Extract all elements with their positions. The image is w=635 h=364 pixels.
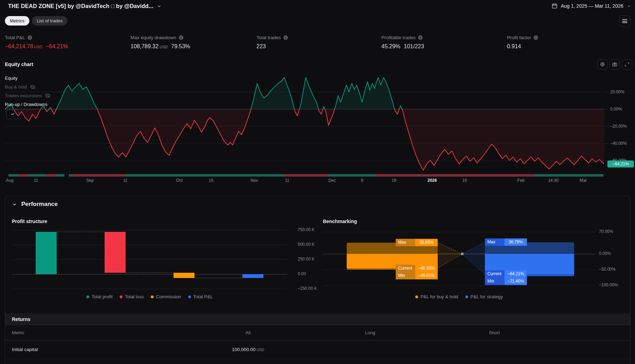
view-tabs: Metrics List of trades — [5, 16, 68, 26]
performance-section-toggle[interactable]: Performance — [12, 201, 58, 208]
info-icon[interactable] — [179, 35, 183, 40]
equity-chart: Equity Buy & hold Trades excursions Run-… — [0, 73, 635, 189]
returns-column-headers: MetricAllLongShort — [5, 326, 630, 341]
eye-off-icon[interactable] — [30, 84, 35, 90]
legend-item: Commission — [151, 294, 181, 299]
callout-min: Min−49.61% — [396, 272, 438, 279]
streak-loss — [18, 174, 28, 177]
layout-rows-button[interactable] — [619, 15, 630, 27]
page-title: THE DEAD ZONE [v5] by @DavidTech □ by @D… — [8, 3, 153, 9]
date-range-label: Aug 1, 2025 — Mar 11, 2026 — [561, 3, 623, 9]
equity-plot[interactable] — [5, 73, 604, 172]
metric-value: −64,214.78 — [5, 43, 33, 49]
x-axis-label: 2026 — [428, 178, 437, 183]
eye-off-icon[interactable] — [45, 93, 50, 98]
callout-value: −45.58% — [415, 265, 438, 272]
trade-streak-strip — [5, 174, 604, 177]
metric-profit-factor: Profit factor 0.914 — [507, 35, 538, 50]
date-range-picker[interactable]: Aug 1, 2025 — Mar 11, 2026 — [551, 3, 631, 9]
info-icon[interactable] — [534, 35, 538, 40]
metric-value: 223 — [256, 43, 266, 49]
last-value-badge: −64.21% — [607, 160, 634, 167]
legend-dot — [120, 295, 122, 298]
x-axis-label: Sep — [86, 178, 94, 183]
x-axis: Aug11Sep11Oct15Nov11Dec919202619Feb14:30… — [5, 178, 604, 184]
legend-item: Total P&L — [188, 294, 213, 299]
fullscreen-button[interactable] — [622, 59, 632, 70]
legend-dot — [465, 295, 468, 298]
profit-structure-chart[interactable] — [12, 228, 287, 292]
streak-loss — [73, 174, 126, 177]
y-axis-label: 500.00 K — [298, 242, 315, 247]
legend-item: Total profit — [86, 294, 113, 299]
y-axis-tick — [605, 109, 607, 109]
chevron-down-icon[interactable] — [157, 4, 162, 9]
runup-drawdowns-toggle[interactable] — [6, 109, 19, 119]
legend-item: Total loss — [120, 294, 144, 299]
x-axis-label: 11 — [34, 178, 38, 183]
legend-equity[interactable]: Equity — [5, 76, 17, 81]
callout-value: 35.65% — [415, 239, 438, 246]
streak-win — [125, 174, 283, 177]
metric-label: Profit factor — [507, 35, 531, 40]
x-axis-label: 19 — [391, 178, 396, 183]
y-axis-label: 250.00 K — [298, 257, 315, 262]
x-axis-label: Dec — [329, 178, 336, 183]
x-axis-label: 14:30 — [548, 178, 558, 183]
streak-win — [328, 174, 376, 177]
callout-value: −64.21% — [505, 270, 527, 278]
callout-label: Min — [485, 278, 505, 285]
metric-total-pnl: Total P&L −64,214.78USD−64.21% — [5, 35, 68, 50]
x-axis-label: 9 — [361, 178, 364, 183]
tab-list-of-trades[interactable]: List of trades — [32, 16, 68, 26]
breadcrumb[interactable]: THE DEAD ZONE [v5] by @DavidTech □ by @D… — [8, 3, 162, 9]
legend-trades-excursions[interactable]: Trades excursions — [5, 93, 50, 98]
x-axis-label: 15 — [209, 178, 213, 183]
y-axis-label: 750.00 K — [298, 227, 315, 232]
y-axis-label: −100.00% — [599, 283, 618, 287]
streak-loss — [46, 174, 56, 177]
x-axis-label: Feb — [517, 178, 525, 183]
benchmarking-chart[interactable]: Max35.65%Current−45.58%Min−49.61%Max36.7… — [323, 228, 595, 292]
profit-structure-title: Profit structure — [12, 219, 47, 224]
chevron-up-icon — [10, 112, 15, 117]
metric-max-drawdown: Max equity drawdown 108,789.32USD79.53% — [130, 35, 190, 50]
callout-current: Current−64.21% — [485, 270, 527, 278]
legend-dot — [86, 295, 89, 298]
profit-structure-legend: Total profitTotal lossCommissionTotal P&… — [12, 294, 287, 299]
tab-metrics[interactable]: Metrics — [5, 16, 29, 26]
callout-max: Max35.65% — [396, 239, 438, 246]
chart-settings-button[interactable] — [597, 59, 608, 70]
equity-chart-title: Equity chart — [5, 62, 33, 67]
streak-win — [535, 174, 604, 177]
y-axis-label: 20.00% — [610, 90, 625, 94]
column-header-all: All — [246, 330, 251, 335]
returns-section-header[interactable]: Returns — [5, 313, 630, 326]
y-axis-tick — [605, 160, 607, 161]
y-axis-tick — [605, 143, 607, 144]
callout-label: Current — [396, 265, 415, 272]
info-icon[interactable] — [418, 35, 423, 40]
callout-value: 36.79% — [505, 238, 527, 246]
row-metric: Initial capital — [12, 347, 38, 352]
callout-value: −71.40% — [505, 278, 527, 285]
legend-runup-drawdowns[interactable]: Run-up / Drawdowns — [5, 102, 47, 107]
legend-buy-and-hold[interactable]: Buy & hold — [5, 84, 35, 90]
metric-value: 108,789.32 — [130, 43, 158, 49]
callout-label: Min — [396, 272, 415, 279]
calendar-icon — [551, 3, 558, 9]
benchmarking-title: Benchmarking — [323, 219, 357, 224]
y-axis-label: 70.00% — [599, 229, 613, 234]
callout-min: Min−71.40% — [485, 278, 527, 285]
x-axis-label: Oct — [176, 178, 183, 183]
info-icon[interactable] — [283, 35, 288, 40]
info-icon[interactable] — [28, 35, 32, 40]
callout-current: Current−45.58% — [396, 265, 438, 272]
metric-value: 45.29% — [381, 43, 400, 49]
y-axis-tick — [605, 126, 607, 127]
x-axis-label: 19 — [462, 178, 467, 183]
streak-loss — [376, 174, 535, 177]
table-row: Open P&L0USD — [5, 359, 630, 364]
streak-win — [28, 174, 46, 177]
screenshot-button[interactable] — [609, 59, 620, 70]
